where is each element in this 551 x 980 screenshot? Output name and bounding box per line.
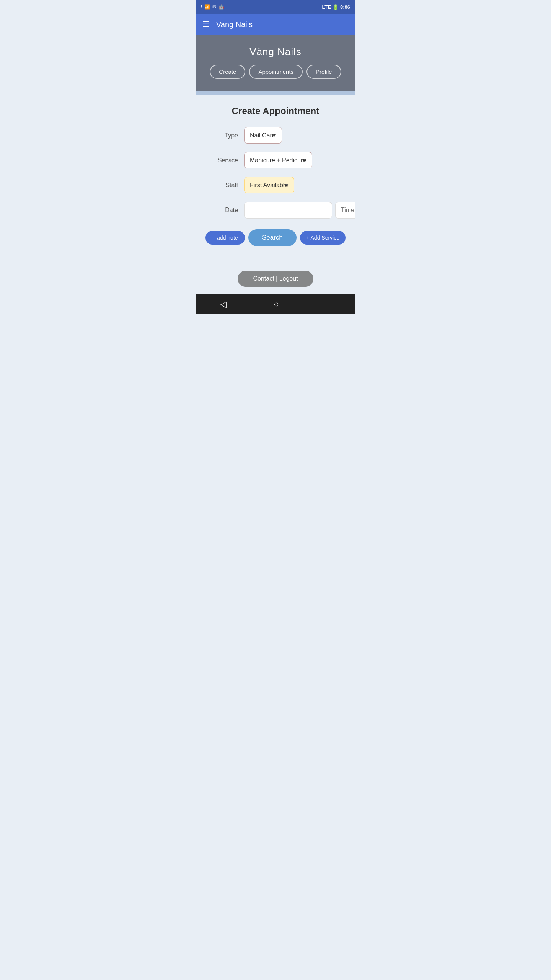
- battery-icon: 🔋: [333, 4, 339, 10]
- type-select[interactable]: Nail Care Hair Care Spa: [244, 127, 282, 144]
- search-button[interactable]: Search: [248, 229, 297, 246]
- date-input[interactable]: [244, 202, 332, 219]
- profile-button[interactable]: Profile: [306, 65, 341, 79]
- divider: [196, 91, 355, 95]
- top-nav: ☰ Vang Nails: [196, 14, 355, 35]
- staff-select[interactable]: First Available Staff 1 Staff 2: [244, 177, 294, 193]
- time-input[interactable]: [335, 202, 355, 219]
- back-button[interactable]: ◁: [220, 299, 227, 309]
- notification-icon: !: [201, 4, 202, 10]
- staff-field-group: Staff First Available Staff 1 Staff 2: [205, 177, 346, 193]
- staff-select-wrapper: First Available Staff 1 Staff 2: [244, 177, 346, 193]
- hamburger-menu-icon[interactable]: ☰: [202, 20, 210, 29]
- android-icon: 🤖: [218, 4, 224, 10]
- signal-icon: 📶: [204, 4, 210, 10]
- type-label: Type: [205, 132, 238, 139]
- service-field-group: Service Manicure + Pedicure Manicure Ped…: [205, 152, 346, 168]
- home-button[interactable]: ○: [274, 299, 279, 309]
- business-name: Vàng Nails: [249, 46, 302, 58]
- message-icon: ✉: [212, 4, 216, 10]
- bottom-nav: ◁ ○ □: [196, 294, 355, 314]
- service-select-wrapper: Manicure + Pedicure Manicure Pedicure: [244, 152, 346, 168]
- action-buttons: + add note Search + Add Service: [205, 229, 346, 246]
- add-note-button[interactable]: + add note: [205, 231, 245, 245]
- main-content: Create Appointment Type Nail Care Hair C…: [196, 95, 355, 268]
- recent-apps-button[interactable]: □: [326, 299, 331, 309]
- date-label: Date: [205, 207, 238, 214]
- type-select-wrapper: Nail Care Hair Care Spa: [244, 127, 346, 144]
- status-bar: ! 📶 ✉ 🤖 LTE 🔋 8:06: [196, 0, 355, 14]
- service-label: Service: [205, 157, 238, 164]
- service-select[interactable]: Manicure + Pedicure Manicure Pedicure: [244, 152, 312, 168]
- create-button[interactable]: Create: [210, 65, 245, 79]
- contact-logout-button[interactable]: Contact | Logout: [238, 271, 313, 287]
- app-title: Vang Nails: [216, 20, 253, 29]
- appointments-button[interactable]: Appointments: [249, 65, 303, 79]
- lte-icon: LTE: [322, 4, 331, 10]
- clock-time: 8:06: [340, 4, 350, 10]
- type-field-group: Type Nail Care Hair Care Spa: [205, 127, 346, 144]
- form-title: Create Appointment: [205, 106, 346, 116]
- status-bar-left: ! 📶 ✉ 🤖: [201, 4, 224, 10]
- header-section: Vàng Nails Create Appointments Profile: [196, 35, 355, 91]
- add-service-button[interactable]: + Add Service: [300, 231, 346, 245]
- staff-label: Staff: [205, 182, 238, 189]
- header-nav-buttons: Create Appointments Profile: [210, 65, 341, 79]
- status-bar-right: LTE 🔋 8:06: [322, 4, 350, 10]
- footer: Contact | Logout: [196, 268, 355, 294]
- date-field-group: Date: [205, 202, 346, 219]
